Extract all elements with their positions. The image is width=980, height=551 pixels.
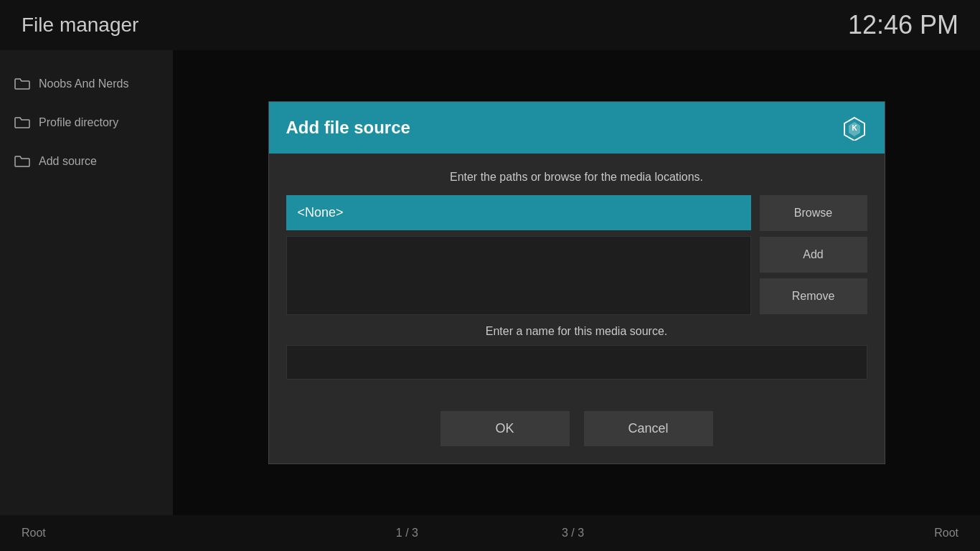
- ok-button[interactable]: OK: [440, 411, 570, 446]
- content-area: Browse Add Remove: [286, 195, 867, 315]
- page-title: File manager: [22, 14, 138, 37]
- footer-right: Root: [934, 527, 958, 540]
- name-input[interactable]: [286, 345, 867, 380]
- footer-pagination-right: 3 / 3: [562, 527, 584, 540]
- sidebar-item-add-source[interactable]: Add source: [0, 142, 173, 181]
- sidebar-item-label: Add source: [39, 155, 97, 168]
- overlay: Add file source K Enter the paths or bro…: [173, 50, 980, 515]
- sidebar-item-label: Profile directory: [39, 116, 118, 129]
- left-panel: [286, 195, 751, 315]
- dialog-body: Enter the paths or browse for the media …: [269, 154, 885, 397]
- cancel-button[interactable]: Cancel: [584, 411, 713, 446]
- sidebar-item-label: Noobs And Nerds: [39, 77, 128, 90]
- folder-icon: [14, 77, 30, 90]
- footer: Root 1 / 3 3 / 3 Root: [0, 515, 980, 551]
- folder-icon: [14, 116, 30, 129]
- clock: 12:46 PM: [848, 10, 958, 40]
- folder-icon: [14, 155, 30, 168]
- header: File manager 12:46 PM: [0, 0, 980, 50]
- dialog-footer: OK Cancel: [269, 397, 885, 463]
- sidebar-item-profile-directory[interactable]: Profile directory: [0, 103, 173, 142]
- kodi-logo-icon: K: [842, 115, 867, 141]
- svg-text:K: K: [852, 124, 857, 132]
- footer-center: 1 / 3 3 / 3: [396, 527, 584, 540]
- sidebar-item-noobs-and-nerds[interactable]: Noobs And Nerds: [0, 65, 173, 103]
- dialog: Add file source K Enter the paths or bro…: [268, 101, 885, 464]
- remove-button[interactable]: Remove: [760, 278, 867, 314]
- dialog-header: Add file source K: [269, 102, 885, 154]
- name-instruction: Enter a name for this media source.: [286, 325, 867, 338]
- footer-pagination-left: 1 / 3: [396, 527, 418, 540]
- path-row: [286, 195, 751, 230]
- sidebar: Noobs And Nerds Profile directory Add so…: [0, 50, 173, 515]
- buttons-column: Browse Add Remove: [760, 195, 867, 314]
- browse-button[interactable]: Browse: [760, 195, 867, 231]
- path-input[interactable]: [286, 195, 751, 230]
- path-list-area[interactable]: [286, 236, 751, 315]
- footer-left: Root: [22, 527, 46, 540]
- dialog-instruction: Enter the paths or browse for the media …: [286, 171, 867, 184]
- dialog-title: Add file source: [286, 118, 410, 138]
- add-button[interactable]: Add: [760, 237, 867, 273]
